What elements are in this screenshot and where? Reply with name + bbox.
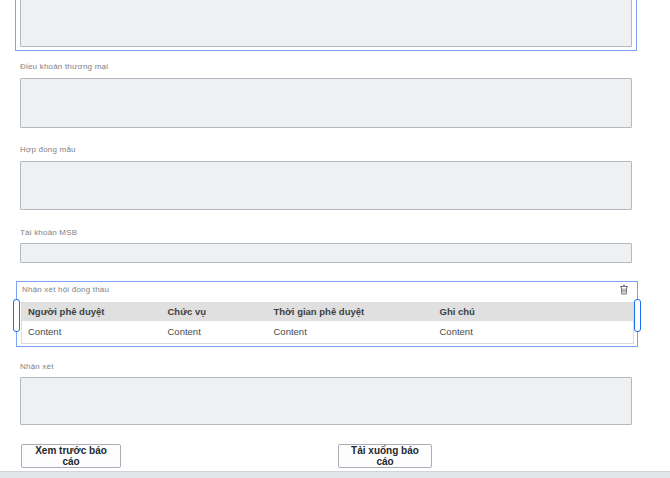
resize-handle-right[interactable] bbox=[634, 299, 641, 332]
msb-account-label: Tài khoản MSB bbox=[20, 228, 77, 237]
preview-report-button[interactable]: Xem trước báo cáo bbox=[21, 444, 121, 468]
bottom-scrollbar-track bbox=[0, 471, 670, 478]
cell-approval-time: Content bbox=[268, 321, 434, 343]
col-header-approval-time: Thời gian phê duyệt bbox=[268, 302, 434, 321]
commercial-terms-textarea[interactable] bbox=[20, 78, 632, 128]
approval-table: Người phê duyệt Chức vụ Thời gian phê du… bbox=[21, 302, 634, 344]
commercial-terms-label: Điều khoản thương mại bbox=[20, 62, 108, 71]
col-header-position: Chức vụ bbox=[162, 302, 268, 321]
msb-account-input[interactable] bbox=[20, 243, 632, 263]
approval-table-label: Nhận xét hội đồng thầu bbox=[22, 285, 109, 294]
cell-position: Content bbox=[162, 321, 268, 343]
table-row[interactable]: Content Content Content Content bbox=[22, 321, 634, 343]
comments-label: Nhận xét bbox=[20, 362, 54, 371]
contract-template-textarea[interactable] bbox=[20, 161, 632, 210]
col-header-note: Ghi chú bbox=[434, 302, 634, 321]
contract-template-label: Hợp đồng mẫu bbox=[20, 145, 76, 154]
cell-note: Content bbox=[434, 321, 634, 343]
comments-textarea[interactable] bbox=[20, 377, 632, 425]
resize-handle-left[interactable] bbox=[13, 299, 20, 332]
cell-approver: Content bbox=[22, 321, 162, 343]
delete-widget-button[interactable] bbox=[618, 283, 630, 296]
trash-icon bbox=[618, 284, 630, 299]
table-header-row: Người phê duyệt Chức vụ Thời gian phê du… bbox=[22, 302, 634, 321]
download-report-button[interactable]: Tải xuống báo cáo bbox=[338, 444, 432, 468]
col-header-approver: Người phê duyệt bbox=[22, 302, 162, 321]
top-textarea[interactable] bbox=[20, 0, 632, 47]
form-canvas: Điều khoản thương mại Hợp đồng mẫu Tài k… bbox=[0, 0, 670, 478]
